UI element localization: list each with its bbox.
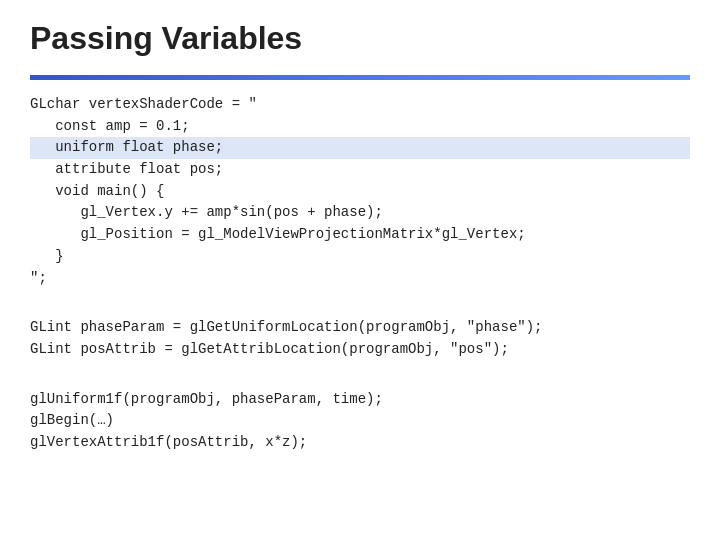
code-line: gl_Vertex.y += amp*sin(pos + phase); [30,202,690,224]
code-block-2: GLint phaseParam = glGetUniformLocation(… [30,317,690,360]
code-line: attribute float pos; [30,159,690,181]
code-line: "; [30,268,690,290]
code-block-1: GLchar vertexShaderCode = " const amp = … [30,94,690,289]
blue-bar-divider [30,75,690,80]
code-line-highlight: uniform float phase; [30,137,690,159]
code-line: } [30,246,690,268]
code-line: glBegin(…) [30,410,690,432]
code-block-3: glUniform1f(programObj, phaseParam, time… [30,389,690,454]
page-container: Passing Variables GLchar vertexShaderCod… [0,0,720,540]
code-line: GLint posAttrib = glGetAttribLocation(pr… [30,339,690,361]
code-line: GLint phaseParam = glGetUniformLocation(… [30,317,690,339]
page-title: Passing Variables [30,20,690,57]
code-line: GLchar vertexShaderCode = " [30,94,690,116]
code-line: gl_Position = gl_ModelViewProjectionMatr… [30,224,690,246]
code-line: const amp = 0.1; [30,116,690,138]
code-line: glVertexAttrib1f(posAttrib, x*z); [30,432,690,454]
spacer-2 [30,379,690,389]
code-line: glUniform1f(programObj, phaseParam, time… [30,389,690,411]
code-line: void main() { [30,181,690,203]
spacer-1 [30,307,690,317]
